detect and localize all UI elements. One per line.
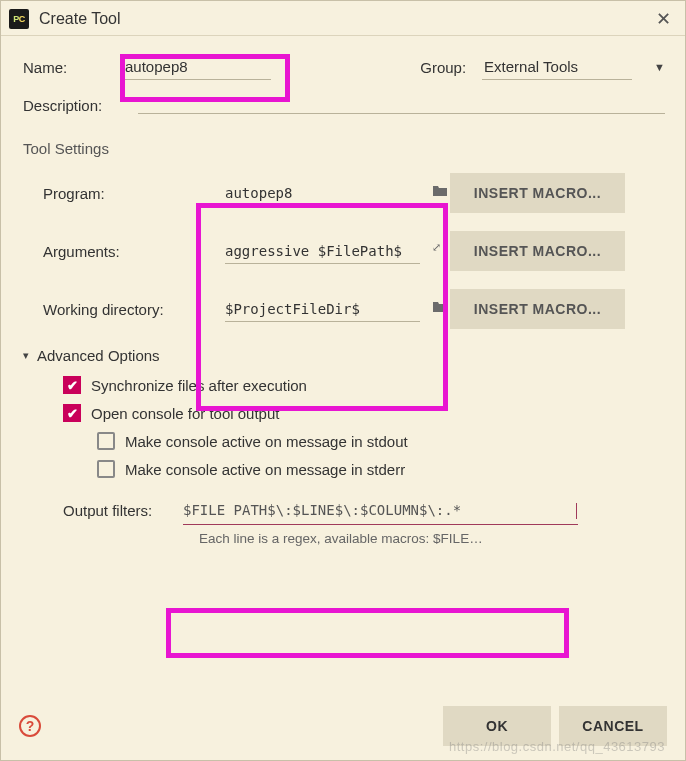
group-label: Group: (420, 59, 466, 76)
working-directory-label: Working directory: (43, 301, 225, 318)
arguments-input[interactable] (225, 239, 420, 264)
option-open-console[interactable]: ✔ Open console for tool output (63, 404, 665, 422)
working-directory-input[interactable] (225, 297, 420, 322)
advanced-options-list: ✔ Synchronize files after execution ✔ Op… (23, 376, 665, 478)
output-filters-hint: Each line is a regex, available macros: … (23, 531, 483, 546)
name-input[interactable] (123, 54, 271, 80)
checkbox-empty-icon: ✔ (97, 432, 115, 450)
pycharm-icon: PC (9, 9, 29, 29)
insert-macro-workdir-button[interactable]: INSERT MACRO... (450, 289, 625, 329)
tool-settings-heading: Tool Settings (23, 140, 665, 157)
folder-icon[interactable] (432, 183, 448, 197)
advanced-options-toggle[interactable]: ▾ Advanced Options (23, 347, 665, 364)
group-select[interactable] (482, 54, 632, 80)
checkbox-checked-icon: ✔ (63, 404, 81, 422)
program-input[interactable] (225, 181, 420, 206)
watermark-text: https://blog.csdn.net/qq_43613793 (449, 739, 665, 754)
insert-macro-program-button[interactable]: INSERT MACRO... (450, 173, 625, 213)
expand-icon[interactable]: ⤢ (432, 241, 448, 255)
chevron-down-icon[interactable]: ▼ (654, 61, 665, 73)
annotation-highlight (166, 608, 569, 658)
description-label: Description: (23, 97, 138, 114)
chevron-down-icon: ▾ (23, 349, 29, 362)
option-active-stderr[interactable]: ✔ Make console active on message in stde… (63, 460, 665, 478)
arguments-label: Arguments: (43, 243, 225, 260)
create-tool-dialog: PC Create Tool ✕ Name: Group: ▼ Descript… (0, 0, 686, 761)
output-filters-label: Output filters: (63, 502, 183, 519)
description-input[interactable] (138, 94, 665, 114)
help-icon[interactable]: ? (19, 715, 41, 737)
dialog-content: Name: Group: ▼ Description: Tool Setting… (1, 36, 685, 556)
output-filters-input[interactable] (183, 496, 578, 525)
dialog-title: Create Tool (39, 10, 651, 28)
titlebar: PC Create Tool ✕ (1, 1, 685, 36)
close-icon[interactable]: ✕ (651, 7, 675, 31)
checkbox-checked-icon: ✔ (63, 376, 81, 394)
option-active-stdout[interactable]: ✔ Make console active on message in stdo… (63, 432, 665, 450)
program-label: Program: (43, 185, 225, 202)
tool-settings-grid: Program: INSERT MACRO... Arguments: ⤢ IN… (23, 173, 665, 329)
name-label: Name: (23, 59, 123, 76)
insert-macro-arguments-button[interactable]: INSERT MACRO... (450, 231, 625, 271)
checkbox-empty-icon: ✔ (97, 460, 115, 478)
option-sync-files[interactable]: ✔ Synchronize files after execution (63, 376, 665, 394)
advanced-options-heading: Advanced Options (37, 347, 160, 364)
folder-icon[interactable] (432, 299, 448, 313)
